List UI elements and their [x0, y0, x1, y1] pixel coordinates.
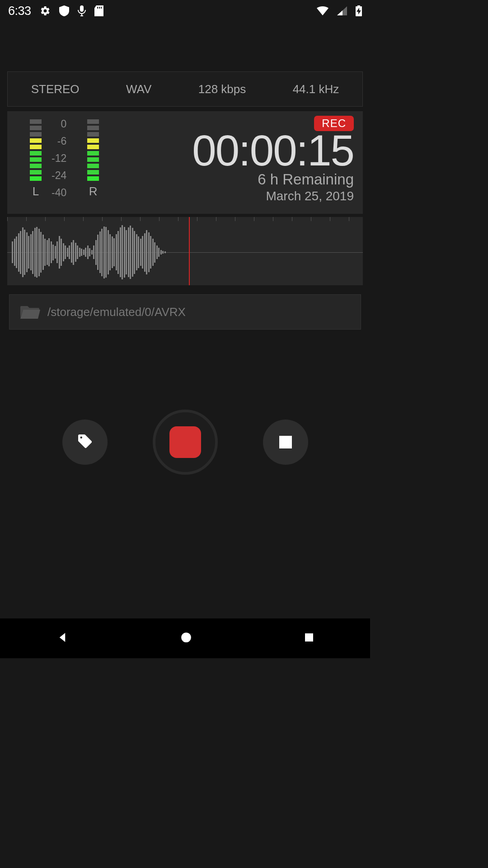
stop-button[interactable]	[263, 420, 308, 465]
wifi-icon	[317, 6, 328, 15]
storage-path-row[interactable]: /storage/emulated/0/AVRX	[9, 294, 361, 330]
storage-path-text: /storage/emulated/0/AVRX	[47, 305, 186, 319]
signal-icon	[337, 6, 347, 15]
recording-date: March 25, 2019	[266, 189, 354, 203]
setting-bitrate[interactable]: 128 kbps	[198, 82, 246, 96]
settings-icon	[40, 5, 51, 16]
setting-format[interactable]: WAV	[126, 82, 151, 96]
nav-home-button[interactable]	[180, 632, 192, 645]
battery-charging-icon	[356, 5, 362, 16]
setting-samplerate[interactable]: 44.1 kHz	[293, 82, 339, 96]
recording-controls	[0, 410, 370, 475]
nav-recents-button[interactable]	[304, 632, 314, 645]
meter-db-scale: 0 -6 -12 -24 -40	[52, 118, 66, 214]
status-right	[317, 5, 362, 16]
nav-back-button[interactable]	[56, 631, 69, 646]
android-navbar	[0, 618, 370, 658]
shield-icon	[59, 5, 69, 16]
waveform-cursor	[189, 217, 190, 285]
meter-left-channel: L	[30, 119, 42, 214]
setting-channels[interactable]: STEREO	[31, 82, 80, 96]
waveform-bars	[12, 217, 166, 285]
statusbar: 6:33	[0, 0, 370, 22]
channel-right-label: R	[89, 184, 98, 198]
status-left: 6:33	[8, 4, 103, 18]
recording-settings-bar[interactable]: STEREO WAV 128 kbps 44.1 kHz	[7, 71, 363, 107]
channel-left-label: L	[33, 184, 39, 198]
mic-icon	[78, 5, 86, 16]
svg-point-0	[182, 632, 192, 642]
sdcard-icon	[94, 5, 103, 16]
recording-elapsed-time: 00:00:15	[192, 126, 354, 175]
recording-status-panel: L 0 -6 -12 -24 -40 R REC 00:00:15 6 h Re…	[7, 111, 363, 214]
tag-icon	[77, 433, 93, 451]
svg-rect-1	[305, 633, 313, 642]
status-time: 6:33	[8, 4, 31, 18]
level-meter: L 0 -6 -12 -24 -40 R	[7, 111, 129, 214]
record-indicator-icon	[169, 426, 201, 458]
record-pause-button[interactable]	[153, 410, 218, 475]
recording-remaining: 6 h Remaining	[258, 171, 354, 188]
folder-icon	[20, 303, 40, 321]
tag-button[interactable]	[62, 420, 108, 465]
recording-time-block: REC 00:00:15 6 h Remaining March 25, 201…	[129, 111, 363, 214]
waveform-display[interactable]	[7, 217, 363, 285]
stop-icon	[279, 436, 292, 448]
meter-right-channel: R	[87, 119, 99, 214]
